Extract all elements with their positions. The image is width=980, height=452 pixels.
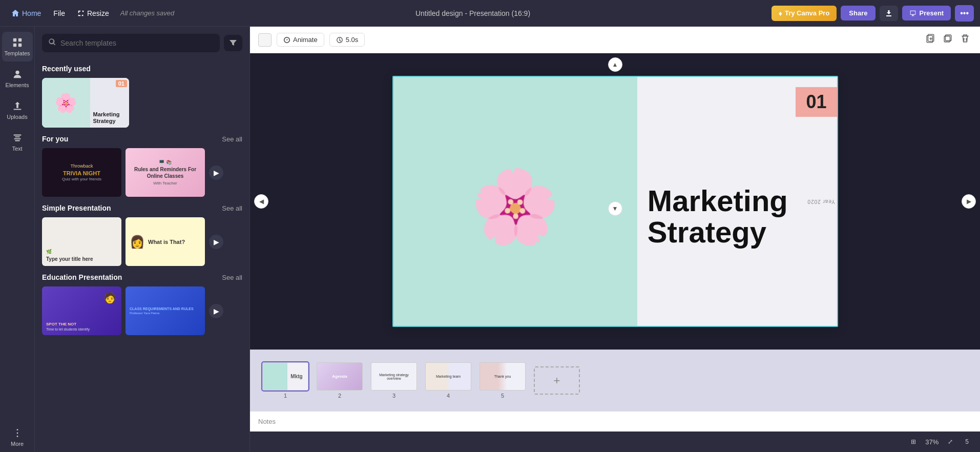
scroll-top-button[interactable]: ▲ xyxy=(608,57,622,72)
notes-label: Notes xyxy=(258,418,276,425)
animate-button[interactable]: Animate xyxy=(277,33,324,47)
sidebar-item-uploads[interactable]: Uploads xyxy=(2,95,33,125)
fit-screen-button[interactable]: ⊞ xyxy=(908,437,919,447)
sidebar-item-more[interactable]: More xyxy=(2,422,33,452)
thumb-slide-1-preview: Mktg xyxy=(262,362,308,391)
thumb-1-number: 1 xyxy=(284,393,287,399)
svg-rect-1 xyxy=(18,38,21,42)
add-page-button[interactable] xyxy=(924,32,937,48)
edu-card-2[interactable]: CLASS REQUIREMENTS AND RULES Professor Y… xyxy=(126,286,205,335)
trivia-label: Throwback xyxy=(70,163,93,169)
sidebar-item-text[interactable]: Text xyxy=(2,127,33,157)
filter-button[interactable] xyxy=(224,35,242,51)
add-slide-button[interactable]: + xyxy=(534,366,580,395)
download-button[interactable] xyxy=(880,6,898,21)
simple-presentation-see-all[interactable]: See all xyxy=(222,204,242,212)
class-req-title: CLASS REQUIREMENTS AND RULES xyxy=(130,307,201,311)
edu-card-1[interactable]: SPOT THE NOT Time to let students identi… xyxy=(42,286,121,335)
slide-left-panel: 🌸 xyxy=(393,77,637,326)
svg-point-4 xyxy=(15,71,19,74)
education-section-header: Education Presentation See all xyxy=(42,273,242,281)
main-layout: Templates Elements Uploads Text More xyxy=(0,27,980,452)
sidebar-item-elements[interactable]: Elements xyxy=(2,64,33,93)
svg-point-5 xyxy=(16,429,18,430)
sidebar-item-templates[interactable]: Templates xyxy=(2,32,33,61)
svg-point-7 xyxy=(16,436,18,437)
for-you-scroll-arrow[interactable]: ▶ xyxy=(209,166,223,180)
scroll-bottom-button[interactable]: ▼ xyxy=(608,201,622,216)
thumb-slide-3[interactable]: Marketing strategy overview 3 xyxy=(367,360,421,401)
duration-button[interactable]: 5.0s xyxy=(329,33,365,47)
svg-point-6 xyxy=(16,433,18,434)
more-options-button[interactable]: ••• xyxy=(955,5,974,22)
thumb-slide-1[interactable]: Mktg 1 xyxy=(258,360,312,401)
thumb-slide-4[interactable]: Marketing team 4 xyxy=(421,360,475,401)
search-input-wrap xyxy=(42,34,220,52)
delete-button[interactable] xyxy=(958,32,972,48)
canvas-right-actions xyxy=(924,32,972,48)
thumb-slide-3-preview: Marketing strategy overview xyxy=(371,362,417,391)
thumb-slide-2[interactable]: Agenda 2 xyxy=(312,360,367,401)
search-input[interactable] xyxy=(60,39,214,47)
education-scroll-arrow[interactable]: ▶ xyxy=(209,304,223,318)
sidebar-label-templates: Templates xyxy=(4,50,30,56)
try-pro-button[interactable]: ♦ Try Canva Pro xyxy=(772,6,837,21)
simple-presentation-title: Simple Presentation xyxy=(42,204,111,212)
status-bar: ⊞ 37% ⤢ 5 xyxy=(250,432,980,452)
rules-title: Rules and Reminders For Online Classes xyxy=(130,166,201,179)
scroll-left-button[interactable]: ◀ xyxy=(254,194,268,209)
sidebar-label-uploads: Uploads xyxy=(7,114,27,120)
recently-used-section-header: Recently used xyxy=(42,65,242,73)
search-icon xyxy=(48,38,56,48)
topbar-right: ♦ Try Canva Pro Share Present ••• xyxy=(772,5,974,22)
resize-button[interactable]: Resize xyxy=(72,7,114,20)
thumb-slide-2-preview: Agenda xyxy=(317,362,363,391)
sidebar-icons: Templates Elements Uploads Text More xyxy=(0,27,35,452)
education-see-all[interactable]: See all xyxy=(222,274,242,281)
simple-card-1[interactable]: 🌿 Type your title here xyxy=(42,217,121,266)
flower-decoration: 🌸 xyxy=(42,78,90,128)
present-button[interactable]: Present xyxy=(902,6,951,20)
share-button[interactable]: Share xyxy=(841,6,875,20)
svg-rect-2 xyxy=(13,44,16,47)
sidebar-label-more: More xyxy=(11,441,24,447)
sidebar-label-text: Text xyxy=(12,146,22,152)
rules-card[interactable]: 🖥️ 📚 Rules and Reminders For Online Clas… xyxy=(126,148,205,197)
file-button[interactable]: File xyxy=(48,7,70,20)
spot-not-title: SPOT THE NOT xyxy=(46,322,117,326)
marketing-card-title: Marketing Strategy xyxy=(93,111,127,125)
scroll-right-button[interactable]: ▶ xyxy=(962,194,976,209)
simple-card-1-title: 🌿 xyxy=(46,249,117,254)
edu-card-1-emoji: 🧑 xyxy=(103,292,116,304)
color-swatch[interactable] xyxy=(258,33,272,47)
marketing-card-inner: 🌸 Marketing Strategy 01 xyxy=(42,78,129,128)
simple-scroll-arrow[interactable]: ▶ xyxy=(209,235,223,249)
thumbnail-strip: Mktg 1 Agenda 2 Marketing strategy overv… xyxy=(250,350,980,411)
recently-used-title: Recently used xyxy=(42,65,91,73)
thumb-2-number: 2 xyxy=(338,393,341,399)
simple-card-2-emoji: 👩 xyxy=(130,235,145,249)
for-you-title: For you xyxy=(42,135,68,143)
trivia-title: TRIVIA NIGHT xyxy=(63,170,100,177)
fullscreen-button[interactable]: ⤢ xyxy=(945,437,956,447)
svg-rect-0 xyxy=(13,38,16,42)
trivia-night-card[interactable]: Throwback TRIVIA NIGHT Quiz with your fr… xyxy=(42,148,121,197)
notes-area: Notes xyxy=(250,411,980,432)
marketing-strategy-card[interactable]: 🌸 Marketing Strategy 01 xyxy=(42,78,129,128)
thumb-5-number: 5 xyxy=(501,393,504,399)
thumb-slide-5[interactable]: Thank you 5 xyxy=(475,360,530,401)
sidebar-label-elements: Elements xyxy=(6,82,29,88)
home-button[interactable]: Home xyxy=(6,7,46,20)
thumb-slide-5-preview: Thank you xyxy=(479,362,526,391)
slide-number-badge: 01 xyxy=(796,87,837,117)
class-req-sub: Professor Yara Patros xyxy=(130,312,201,315)
recently-used-grid: 🌸 Marketing Strategy 01 xyxy=(42,78,242,128)
simple-card-2[interactable]: 👩 What is That? xyxy=(126,217,205,266)
for-you-see-all[interactable]: See all xyxy=(222,135,242,143)
topbar-left: Home File Resize All changes saved xyxy=(6,7,174,20)
trivia-subtitle: Quiz with your friends xyxy=(62,177,101,181)
copy-button[interactable] xyxy=(941,32,954,48)
slide-count-badge[interactable]: 5 xyxy=(962,437,972,447)
slide-right-panel: 01 Marketing Strategy Fiscal Year 2020 xyxy=(637,77,837,326)
templates-scroll: Recently used 🌸 Marketing Strategy 01 Fo… xyxy=(35,57,249,452)
